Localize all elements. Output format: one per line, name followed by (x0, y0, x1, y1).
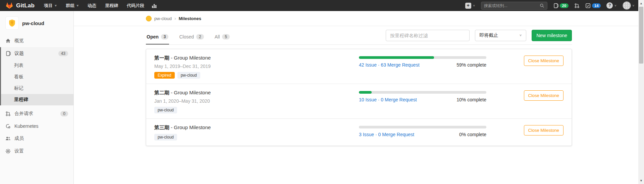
chevron-down-icon: ∨ (473, 4, 475, 7)
project-avatar (5, 16, 19, 30)
sidebar-item-issues[interactable]: 议题 43 (1, 47, 73, 60)
sidebar-item-kubernetes[interactable]: Kubernetes (0, 120, 73, 132)
page-scrollbar[interactable]: ▲ ▼ (638, 0, 644, 184)
chevron-down-icon: ∨ (614, 4, 616, 7)
new-milestone-button[interactable]: New milestone (532, 30, 572, 41)
progress-bar (359, 56, 486, 59)
breadcrumb: pw-cloud › Milestones (74, 11, 644, 26)
close-milestone-button[interactable]: Close Milestone (524, 125, 564, 135)
sidebar-item-merge-requests[interactable]: 合并请求 0 (0, 107, 73, 120)
global-search (481, 2, 547, 10)
milestone-row: 第三期 - Group Milestone pw-cloud (146, 118, 572, 146)
scrollbar-up-arrow[interactable]: ▲ (638, 0, 644, 5)
breadcrumb-separator: › (174, 16, 176, 21)
milestone-progress-block: 3 Issue · 0 Merge Request 0% complete (359, 124, 486, 141)
breadcrumb-project-avatar (146, 16, 152, 21)
sidebar-project-name: pw-cloud (22, 20, 44, 26)
sidebar-item-issues-list[interactable]: 列表 (1, 60, 73, 71)
sidebar-item-boards[interactable]: 看板 (1, 71, 73, 83)
milestone-filters: 即将截止 ∨ New milestone (386, 30, 572, 44)
todos-button[interactable]: 14 (585, 3, 601, 8)
nav-item-groups[interactable]: 群组 ∨ (66, 3, 79, 9)
close-milestone-button[interactable]: Close Milestone (524, 90, 564, 101)
sidebar-project-link[interactable]: pw-cloud (0, 14, 73, 34)
issue-mr-links[interactable]: 42 Issue · 63 Merge Request (359, 62, 420, 68)
issues-count-badge: 20 (560, 3, 569, 8)
milestone-info: 第一期 - Group Milestone May 1, 2019–Dec 31… (154, 55, 343, 79)
gitlab-logo-icon (5, 2, 13, 10)
percent-complete: 10% complete (457, 97, 486, 102)
main-content: pw-cloud › Milestones Open 3 Closed 2 (74, 11, 644, 184)
new-menu-button[interactable]: + ∨ (465, 3, 475, 9)
chevron-down-icon: ∨ (54, 4, 57, 7)
help-menu-button[interactable]: ? ∨ (606, 2, 616, 9)
tab-all-count: 5 (222, 34, 230, 39)
kubernetes-icon (5, 123, 11, 129)
mr-count-pill: 0 (60, 111, 68, 116)
milestone-progress-block: 42 Issue · 63 Merge Request 59% complete (359, 55, 486, 79)
tab-all[interactable]: All 5 (214, 29, 230, 44)
merge-requests-dashboard-button[interactable] (574, 3, 580, 8)
nav-item-snippets[interactable]: 代码片段 (127, 3, 144, 9)
milestones-panel: 第一期 - Group Milestone May 1, 2019–Dec 31… (146, 49, 572, 146)
tab-closed[interactable]: Closed 2 (178, 29, 204, 44)
brand-name: GitLab (16, 2, 35, 9)
sort-dropdown[interactable]: 即将截止 ∨ (475, 30, 526, 41)
tab-open-count: 3 (161, 34, 169, 39)
todos-count-badge: 14 (592, 3, 601, 8)
sidebar-item-milestones[interactable]: 里程碑 (1, 94, 73, 105)
nav-item-projects[interactable]: 项目 ∨ (44, 3, 57, 9)
sidebar-item-labels[interactable]: 标记 (1, 83, 73, 94)
milestone-info: 第三期 - Group Milestone pw-cloud (154, 124, 343, 141)
top-navbar: GitLab 项目 ∨ 群组 ∨ 动态 里程碑 代码片段 + ∨ (0, 0, 644, 11)
milestone-title-link[interactable]: 第二期 (154, 90, 169, 95)
milestone-info: 第二期 - Group Milestone Jan 1, 2020–May 31… (154, 90, 343, 113)
issues-icon (5, 51, 11, 56)
nav-item-activity[interactable]: 动态 (88, 3, 96, 9)
gear-icon (5, 149, 11, 154)
sidebar-item-settings[interactable]: 设置 (0, 145, 73, 158)
issues-dashboard-button[interactable]: 20 (553, 3, 569, 8)
plus-icon: + (465, 3, 471, 9)
sidebar-item-overview[interactable]: 概览 (0, 34, 73, 47)
navbar-right: + ∨ 20 (465, 1, 635, 10)
milestone-title-link[interactable]: 第三期 (154, 124, 169, 130)
project-badge: pw-cloud (154, 107, 177, 113)
issues-count-pill: 43 (58, 51, 68, 56)
milestone-title-link[interactable]: 第一期 (154, 55, 169, 61)
chevron-down-icon: ∨ (632, 4, 635, 7)
milestone-row: 第一期 - Group Milestone May 1, 2019–Dec 31… (146, 49, 572, 84)
gitlab-home-link[interactable]: GitLab (5, 2, 35, 10)
project-badge: pw-cloud (177, 72, 200, 79)
charts-nav-button[interactable] (152, 3, 157, 8)
project-badge: pw-cloud (154, 134, 177, 141)
search-icon (540, 3, 544, 8)
tab-closed-count: 2 (196, 34, 204, 39)
members-icon (5, 136, 11, 141)
issue-mr-links[interactable]: 10 Issue · 0 Merge Request (359, 97, 417, 102)
tab-open[interactable]: Open 3 (146, 29, 169, 44)
milestone-name-filter-input[interactable] (386, 30, 470, 41)
home-icon (5, 38, 11, 43)
scrollbar-thumb[interactable] (639, 7, 643, 64)
milestone-tabs-row: Open 3 Closed 2 All 5 即将截止 (146, 29, 572, 45)
percent-complete: 59% complete (457, 62, 486, 68)
sidebar-section-issues: 议题 43 列表 看板 标记 里程碑 (0, 47, 73, 105)
project-sidebar: pw-cloud 概览 议题 43 列表 看板 标记 里程碑 (0, 11, 74, 184)
user-menu-button[interactable]: ∨ (623, 1, 635, 10)
milestone-dates: Jan 1, 2020–May 31, 2020 (154, 98, 343, 104)
sidebar-item-members[interactable]: 成员 (0, 132, 73, 145)
issue-mr-links[interactable]: 3 Issue · 0 Merge Request (359, 132, 414, 137)
search-input[interactable] (484, 3, 538, 8)
user-avatar (623, 1, 631, 10)
scrollbar-down-arrow[interactable]: ▼ (638, 179, 644, 184)
progress-bar (359, 126, 486, 128)
breadcrumb-project-link[interactable]: pw-cloud (154, 16, 172, 21)
close-milestone-button[interactable]: Close Milestone (524, 56, 564, 66)
progress-bar (359, 91, 486, 94)
state-tabs: Open 3 Closed 2 All 5 (146, 29, 230, 44)
chevron-down-icon: ∨ (519, 33, 522, 37)
nav-item-milestones[interactable]: 里程碑 (105, 3, 118, 9)
bar-chart-icon (152, 3, 157, 8)
help-icon: ? (606, 2, 613, 9)
